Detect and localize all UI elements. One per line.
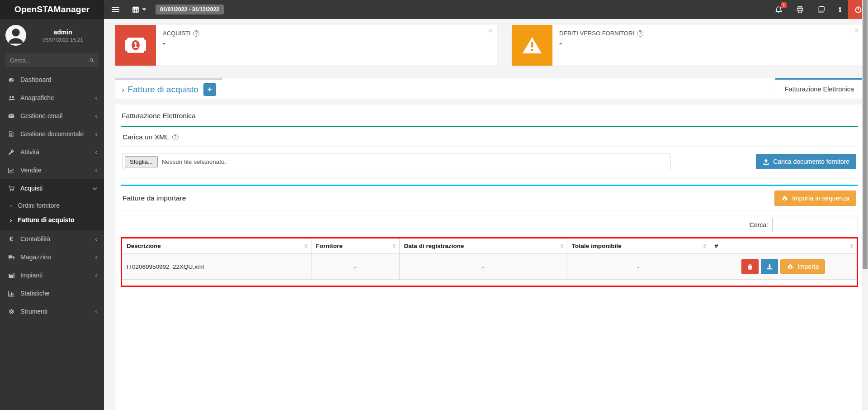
acquisti-submenu: › Ordini fornitore › Fatture di acquisto [0, 197, 104, 230]
delete-button[interactable] [741, 259, 759, 274]
chevron-right-icon: › [10, 217, 12, 224]
page-title: › Fatture di acquisto [122, 85, 198, 95]
notification-count-badge: 1 [781, 2, 787, 8]
industry-icon [7, 272, 16, 279]
file-status-text: Nessun file selezionato. [162, 158, 226, 165]
import-row-button[interactable]: Importa [780, 259, 825, 274]
chevron-left-icon: ‹ [95, 95, 97, 101]
sort-icon [560, 244, 564, 248]
upload-supplier-document-button[interactable]: Carica documento fornitore [756, 154, 856, 169]
tab-fatturazione-elettronica[interactable]: Fatturazione Elettronica [775, 78, 863, 99]
browse-button[interactable]: Sfoglia... [125, 156, 158, 167]
app-window: OpenSTAManager 01/01/2 [0, 0, 868, 410]
scrollbar-thumb[interactable] [863, 0, 868, 269]
cell-descrizione: IT02069950992_22XQU.xml [122, 254, 311, 280]
sidebar-item-ordini-fornitore[interactable]: › Ordini fornitore [0, 198, 104, 213]
xml-file-input[interactable]: Sfoglia... Nessun file selezionato. [123, 153, 670, 170]
close-icon[interactable]: × [488, 26, 493, 35]
download-button[interactable] [761, 259, 778, 274]
column-header-descrizione[interactable]: Descrizione [122, 238, 311, 254]
sort-icon [703, 244, 707, 248]
hamburger-icon [112, 5, 119, 14]
bar-chart-icon [7, 290, 16, 297]
chevron-left-icon: ‹ [95, 272, 97, 278]
search-input[interactable] [10, 57, 90, 64]
chevron-left-icon: ‹ [95, 149, 97, 155]
user-panel: admin 05/07/2022 15:21 [0, 19, 104, 49]
close-icon[interactable]: × [854, 26, 859, 35]
sidebar-item-statistiche[interactable]: Statistiche [0, 284, 104, 302]
column-header-data-registrazione[interactable]: Data di registrazione [399, 238, 567, 254]
info-box-acquisti: 1 ACQUISTI ? - × [115, 25, 497, 66]
import-sequence-button[interactable]: Importa in sequenza [774, 191, 856, 206]
calendar-icon [132, 6, 139, 13]
sidebar-item-vendite[interactable]: Vendite ‹ [0, 161, 104, 179]
chart-line-icon [7, 167, 16, 174]
add-record-button[interactable]: + [203, 83, 216, 96]
help-icon[interactable]: ? [172, 134, 179, 140]
book-icon [817, 6, 825, 14]
import-table-highlight: Descrizione Fornitore Data di registrazi… [121, 237, 858, 287]
period-dropdown[interactable] [127, 0, 152, 19]
help-icon[interactable]: ? [193, 30, 199, 37]
trash-icon [747, 263, 753, 270]
chevron-left-icon: ‹ [95, 167, 97, 173]
chevron-left-icon: ‹ [95, 308, 97, 315]
upload-icon [763, 158, 769, 165]
column-header-totale-imponibile[interactable]: Totale imponibile [567, 238, 710, 254]
date-range-badge: 01/01/2022 - 31/12/2022 [156, 5, 224, 14]
cell-data-registrazione: - [399, 254, 567, 280]
table-search-label: Cerca: [750, 221, 768, 229]
sidebar-item-gestione-email[interactable]: Gestione email ‹ [0, 107, 104, 125]
gear-icon [7, 308, 16, 315]
sort-icon [392, 244, 396, 248]
sidebar-item-acquisti[interactable]: Acquisti [0, 179, 104, 197]
docs-button[interactable] [811, 0, 832, 19]
sidebar-item-anagrafiche[interactable]: Anagrafiche ‹ [0, 89, 104, 107]
table-search-input[interactable] [772, 218, 858, 232]
sidebar-menu: Dashboard Anagrafiche ‹ Gestione email ‹ [0, 71, 104, 320]
sidebar-item-attivita[interactable]: Attività ‹ [0, 143, 104, 161]
dashboard-icon [7, 76, 16, 83]
info-box-value: - [559, 39, 643, 48]
cell-totale-imponibile: - [567, 254, 710, 280]
sidebar-item-impianti[interactable]: Impianti ‹ [0, 266, 104, 284]
printer-icon [796, 6, 804, 14]
column-header-actions[interactable]: # [710, 238, 857, 254]
sidebar-toggle-button[interactable] [104, 0, 127, 19]
panel-heading: Fatturazione Elettronica [121, 109, 858, 126]
sidebar-item-magazzino[interactable]: Magazzino ‹ [0, 248, 104, 266]
info-box-label: DEBITI VERSO FORNITORI [559, 30, 634, 37]
top-bar: OpenSTAManager 01/01/2 [0, 0, 868, 19]
chevron-left-icon: ‹ [95, 254, 97, 260]
column-header-fornitore[interactable]: Fornitore [311, 238, 399, 254]
warning-triangle-icon [512, 25, 552, 66]
search-icon[interactable] [90, 57, 94, 64]
info-button[interactable]: i [832, 0, 848, 19]
app-logo[interactable]: OpenSTAManager [0, 0, 104, 19]
fatturazione-panel: Fatturazione Elettronica Carica un XML ?… [115, 105, 863, 410]
page-scrollbar[interactable] [862, 0, 868, 410]
cart-icon [7, 185, 16, 192]
sidebar-item-dashboard[interactable]: Dashboard [0, 71, 104, 89]
download-icon [766, 263, 773, 270]
sidebar-item-contabilita[interactable]: € Contabilità ‹ [0, 230, 104, 248]
avatar[interactable] [5, 25, 26, 46]
cloud-download-icon [781, 195, 788, 201]
users-icon [7, 95, 16, 101]
sidebar: admin 05/07/2022 15:21 Dashboard [0, 19, 104, 410]
svg-text:1: 1 [133, 41, 138, 50]
truck-icon [7, 254, 16, 261]
chevron-left-icon: ‹ [95, 236, 97, 242]
sidebar-item-fatture-di-acquisto[interactable]: › Fatture di acquisto [0, 213, 104, 227]
sidebar-item-gestione-documentale[interactable]: Gestione documentale ‹ [0, 125, 104, 143]
sort-icon [304, 244, 308, 248]
sidebar-item-strumenti[interactable]: Strumenti ‹ [0, 302, 104, 320]
wrench-icon [7, 149, 16, 156]
notifications-button[interactable]: 1 [768, 0, 789, 19]
login-timestamp: 05/07/2022 15:21 [26, 37, 99, 43]
chevron-right-icon: › [122, 85, 124, 95]
top-nav: 01/01/2022 - 31/12/2022 1 [104, 0, 868, 19]
help-icon[interactable]: ? [637, 30, 643, 37]
print-button[interactable] [789, 0, 811, 19]
